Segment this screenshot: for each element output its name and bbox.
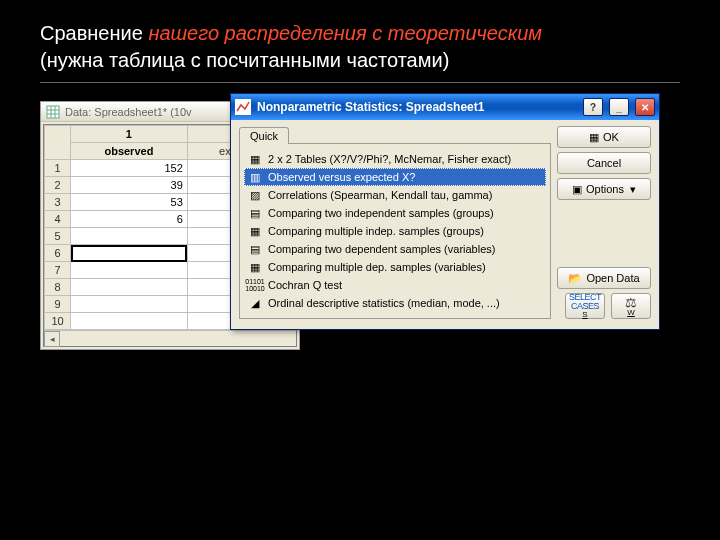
chi-icon: ▥ <box>246 170 264 184</box>
col-name-observed[interactable]: observed <box>71 143 188 160</box>
help-button[interactable]: ? <box>583 98 603 116</box>
compare-icon: ▤ <box>246 242 264 256</box>
close-button[interactable]: ✕ <box>635 98 655 116</box>
opt-multi-dep[interactable]: ▦Comparing multiple dep. samples (variab… <box>244 258 546 276</box>
row-head[interactable]: 10 <box>45 313 71 330</box>
select-cases-button[interactable]: SELECT CASES S <box>565 293 605 319</box>
spreadsheet-title-text: Data: Spreadsheet1* (10v <box>65 106 192 118</box>
compare-icon: ▤ <box>246 206 264 220</box>
cancel-label: Cancel <box>587 157 621 169</box>
folder-open-icon: 📂 <box>568 272 582 285</box>
chart-icon: ◢ <box>246 296 264 310</box>
ok-button[interactable]: ▦OK <box>557 126 651 148</box>
dropdown-icon: ▾ <box>630 183 636 196</box>
ok-label: OK <box>603 131 619 143</box>
opt-label: Cochran Q test <box>268 279 342 291</box>
opt-observed-expected[interactable]: ▥Observed versus expected X? <box>244 168 546 186</box>
options-icon: ▣ <box>572 183 582 196</box>
compare-icon: ▦ <box>246 260 264 274</box>
row-head[interactable]: 8 <box>45 279 71 296</box>
question-icon: ? <box>590 102 596 113</box>
row-head[interactable]: 9 <box>45 296 71 313</box>
heading-emphasis: нашего распределения с теоретическим <box>143 22 542 44</box>
s-mnemonic: S <box>582 311 587 319</box>
opt-cochran-q[interactable]: 0110110010Cochran Q test <box>244 276 546 294</box>
summary-icon: ▦ <box>589 131 599 144</box>
options-panel: ▦2 x 2 Tables (X?/V?/Phi?, McNemar, Fish… <box>239 143 551 319</box>
cell[interactable]: 152 <box>71 160 188 177</box>
options-button[interactable]: ▣Options▾ <box>557 178 651 200</box>
cell[interactable]: 39 <box>71 177 188 194</box>
minimize-button[interactable]: _ <box>609 98 629 116</box>
row-head[interactable]: 4 <box>45 211 71 228</box>
row-head[interactable]: 6 <box>45 245 71 262</box>
open-data-button[interactable]: 📂Open Data <box>557 267 651 289</box>
opt-label: 2 x 2 Tables (X?/V?/Phi?, McNemar, Fishe… <box>268 153 511 165</box>
cell[interactable] <box>71 279 188 296</box>
cell[interactable]: 6 <box>71 211 188 228</box>
row-head[interactable]: 5 <box>45 228 71 245</box>
grid-icon: ▦ <box>246 152 264 166</box>
dialog-title-bar[interactable]: Nonparametric Statistics: Spreadsheet1 ?… <box>231 94 659 120</box>
divider <box>40 82 680 83</box>
nonparametric-dialog: Nonparametric Statistics: Spreadsheet1 ?… <box>230 93 660 330</box>
open-data-label: Open Data <box>586 272 639 284</box>
weight-icon: ⚖ <box>625 296 637 309</box>
row-head[interactable]: 1 <box>45 160 71 177</box>
cell[interactable] <box>71 262 188 279</box>
opt-two-indep[interactable]: ▤Comparing two independent samples (grou… <box>244 204 546 222</box>
cell[interactable] <box>71 313 188 330</box>
col-num-1[interactable]: 1 <box>71 126 188 143</box>
slide-heading: Сравнение нашего распределения с теорети… <box>40 20 680 74</box>
spreadsheet-icon <box>45 104 61 120</box>
dialog-title-text: Nonparametric Statistics: Spreadsheet1 <box>257 100 484 114</box>
horizontal-scrollbar[interactable]: ◂ <box>44 330 296 346</box>
svg-rect-0 <box>47 106 59 118</box>
w-mnemonic: W <box>627 309 635 317</box>
cell-selected[interactable] <box>71 245 188 262</box>
tab-quick[interactable]: Quick <box>239 127 289 144</box>
heading-part1: Сравнение <box>40 22 143 44</box>
opt-label: Observed versus expected X? <box>268 171 415 183</box>
row-head[interactable]: 7 <box>45 262 71 279</box>
opt-two-dep[interactable]: ▤Comparing two dependent samples (variab… <box>244 240 546 258</box>
cancel-button[interactable]: Cancel <box>557 152 651 174</box>
opt-multi-indep[interactable]: ▦Comparing multiple indep. samples (grou… <box>244 222 546 240</box>
opt-2x2-tables[interactable]: ▦2 x 2 Tables (X?/V?/Phi?, McNemar, Fish… <box>244 150 546 168</box>
cell[interactable] <box>71 228 188 245</box>
compare-icon: ▦ <box>246 224 264 238</box>
opt-label: Comparing two independent samples (group… <box>268 207 494 219</box>
opt-ordinal-desc[interactable]: ◢Ordinal descriptive statistics (median,… <box>244 294 546 312</box>
scatter-icon: ▨ <box>246 188 264 202</box>
stats-app-icon <box>235 99 251 115</box>
opt-correlations[interactable]: ▨Correlations (Spearman, Kendall tau, ga… <box>244 186 546 204</box>
row-head[interactable]: 3 <box>45 194 71 211</box>
cell[interactable]: 53 <box>71 194 188 211</box>
opt-label: Comparing multiple dep. samples (variabl… <box>268 261 486 273</box>
weight-button[interactable]: ⚖ W <box>611 293 651 319</box>
corner-cell <box>45 126 71 160</box>
close-icon: ✕ <box>641 102 649 113</box>
opt-label: Ordinal descriptive statistics (median, … <box>268 297 500 309</box>
row-head[interactable]: 2 <box>45 177 71 194</box>
minimize-icon: _ <box>616 102 622 113</box>
options-label: Options <box>586 183 624 195</box>
heading-part2: (нужна таблица с посчитанными частотами) <box>40 49 449 71</box>
opt-label: Correlations (Spearman, Kendall tau, gam… <box>268 189 492 201</box>
binary-icon: 0110110010 <box>246 278 264 292</box>
opt-label: Comparing multiple indep. samples (group… <box>268 225 484 237</box>
cell[interactable] <box>71 296 188 313</box>
scroll-left-icon[interactable]: ◂ <box>44 331 60 347</box>
opt-label: Comparing two dependent samples (variabl… <box>268 243 495 255</box>
